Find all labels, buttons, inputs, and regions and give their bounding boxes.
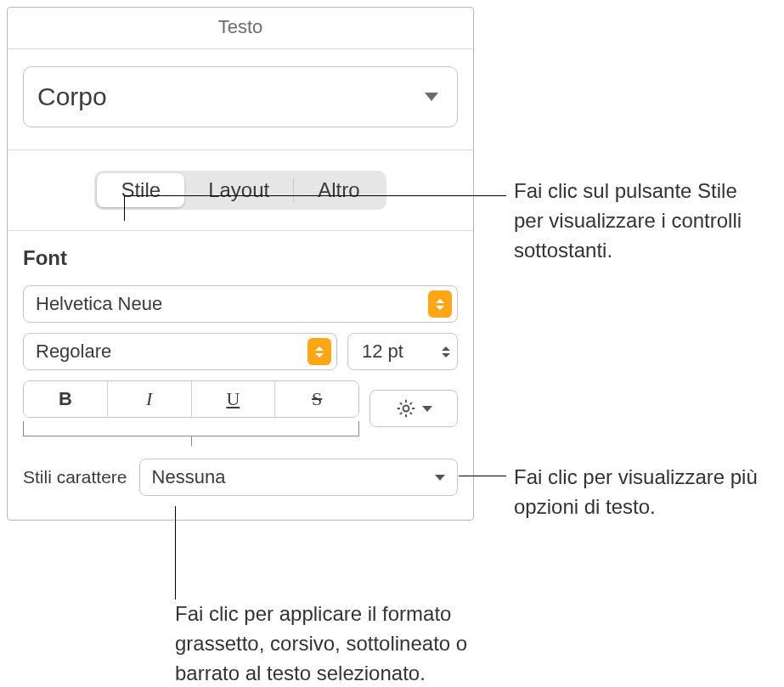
chevron-down-icon [422,406,432,412]
stepper-arrows-icon [435,346,457,358]
text-inspector-panel: Testo Corpo Stile Layout Altro Font Helv… [7,7,474,521]
font-size-stepper[interactable]: 12 pt [347,333,458,370]
divider [8,230,473,231]
italic-button[interactable]: I [108,381,192,417]
tab-stile[interactable]: Stile [97,173,184,207]
paragraph-style-popup[interactable]: Corpo [23,66,458,127]
font-section-label: Font [23,246,458,270]
chevron-down-icon [435,475,445,481]
character-styles-value: Nessuna [152,466,226,488]
leader-line [124,195,125,221]
bold-button[interactable]: B [24,381,108,417]
bracket-annotation [23,421,359,436]
chevron-down-icon [425,93,438,101]
underline-button[interactable]: U [192,381,276,417]
callout-stile: Fai clic sul pulsante Stile per visualiz… [514,177,769,265]
panel-title: Testo [8,8,473,49]
font-typeface-value: Regolare [36,341,111,363]
advanced-options-button[interactable] [369,390,458,427]
font-family-popup[interactable]: Helvetica Neue [23,285,458,323]
paragraph-style-value: Corpo [37,82,107,111]
tab-segmented-control: Stile Layout Altro [94,171,386,210]
character-styles-popup[interactable]: Nessuna [139,459,458,496]
tab-layout[interactable]: Layout [184,173,293,207]
character-styles-label: Stili carattere [23,467,127,487]
leader-line [459,476,506,476]
font-size-value: 12 pt [362,341,403,363]
text-format-button-group: B I U S [23,380,359,418]
font-typeface-popup[interactable]: Regolare [23,333,337,370]
font-family-value: Helvetica Neue [36,293,162,315]
popup-stepper-icon [428,290,452,318]
tab-altro[interactable]: Altro [294,173,383,207]
leader-line [124,195,506,196]
svg-point-0 [403,406,409,412]
gear-icon [395,397,417,420]
strikethrough-button[interactable]: S [275,381,358,417]
popup-stepper-icon [307,338,331,365]
leader-line [175,506,176,600]
callout-bius: Fai clic per applicare il formato grasse… [175,600,489,687]
callout-gear: Fai clic per visualizzare più opzioni di… [514,463,777,522]
